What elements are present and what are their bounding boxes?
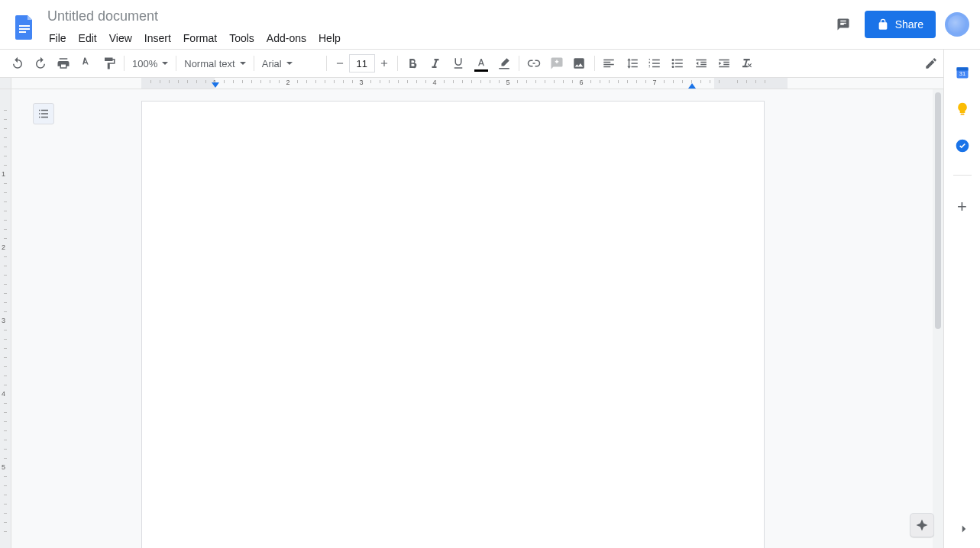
ruler-tick: [609, 80, 610, 83]
separator: [326, 56, 327, 71]
explore-button[interactable]: [910, 513, 934, 537]
docs-home-icon[interactable]: [9, 6, 40, 46]
add-comment-button[interactable]: [547, 53, 567, 73]
redo-button[interactable]: [31, 53, 50, 73]
svg-rect-6: [960, 114, 964, 115]
paint-format-button[interactable]: [99, 53, 119, 73]
right-indent-marker[interactable]: [688, 83, 696, 89]
svg-text:31: 31: [959, 70, 965, 77]
horizontal-ruler[interactable]: 1234567: [0, 78, 980, 89]
highlight-color-button[interactable]: [494, 53, 514, 73]
font-size-increase[interactable]: [375, 54, 393, 73]
underline-button[interactable]: [448, 53, 468, 73]
line-spacing-button[interactable]: [623, 53, 642, 73]
ruler-tick: [636, 80, 637, 83]
ruler-tick: [380, 80, 380, 83]
ruler-label: 7: [652, 79, 656, 86]
print-button[interactable]: [53, 53, 73, 73]
ruler-tick: [4, 357, 7, 358]
text-color-button[interactable]: [471, 53, 491, 73]
menu-file[interactable]: File: [43, 29, 73, 47]
bulleted-list-button[interactable]: [668, 53, 688, 73]
account-avatar[interactable]: [945, 12, 969, 37]
ruler-tick: [453, 80, 454, 83]
hide-sidepanel-button[interactable]: [957, 522, 971, 536]
font-size-decrease[interactable]: [331, 54, 349, 73]
increase-indent-button[interactable]: [714, 53, 734, 73]
zoom-combo[interactable]: 100%: [128, 53, 173, 73]
document-title[interactable]: Untitled document: [43, 6, 831, 26]
ruler-tick: [242, 80, 243, 83]
document-canvas[interactable]: [11, 89, 943, 548]
align-button[interactable]: [600, 53, 619, 73]
spellcheck-button[interactable]: [76, 53, 96, 73]
ruler-tick: [4, 211, 7, 211]
ruler-tick: [343, 80, 344, 83]
menu-tools[interactable]: Tools: [223, 29, 260, 47]
ruler-tick: [398, 80, 399, 83]
ruler-tick: [160, 80, 160, 83]
clear-formatting-button[interactable]: [737, 53, 757, 73]
get-addons-button[interactable]: +: [957, 197, 967, 217]
share-button[interactable]: Share: [865, 11, 936, 38]
keep-addon-button[interactable]: [955, 102, 970, 117]
comment-history-button[interactable]: [831, 12, 855, 37]
chevron-down-icon: [162, 62, 168, 65]
menu-addons[interactable]: Add-ons: [260, 29, 312, 47]
ruler-tick: [4, 403, 7, 404]
first-line-indent-marker[interactable]: [212, 82, 219, 88]
ruler-tick: [4, 449, 7, 450]
ruler-tick: [4, 513, 7, 514]
ruler-tick: [315, 80, 316, 83]
page[interactable]: [141, 101, 765, 548]
menu-bar: File Edit View Insert Format Tools Add-o…: [43, 26, 831, 47]
svg-rect-2: [19, 31, 26, 33]
vertical-scrollbar[interactable]: [933, 89, 943, 548]
menu-help[interactable]: Help: [312, 29, 347, 47]
ruler-tick: [572, 80, 573, 83]
ruler-tick: [425, 80, 426, 83]
show-outline-button[interactable]: [33, 103, 54, 124]
font-family-combo[interactable]: Arial: [257, 53, 323, 73]
separator: [124, 56, 125, 71]
ruler-tick: [4, 156, 7, 156]
ruler-tick: [517, 80, 518, 83]
ruler-tick: [205, 80, 206, 83]
undo-button[interactable]: [8, 53, 27, 73]
insert-image-button[interactable]: [570, 53, 590, 73]
calendar-addon-button[interactable]: 31: [955, 65, 970, 80]
menu-edit[interactable]: Edit: [73, 29, 103, 47]
bold-button[interactable]: [403, 53, 422, 73]
ruler-tick: [710, 80, 710, 83]
insert-link-button[interactable]: [524, 53, 544, 73]
ruler-tick: [4, 440, 7, 440]
tasks-addon-button[interactable]: [955, 138, 970, 153]
ruler-tick: [334, 80, 335, 83]
menu-view[interactable]: View: [103, 29, 138, 47]
ruler-tick: [325, 80, 325, 83]
ruler-label: 5: [2, 463, 5, 471]
scrollbar-thumb[interactable]: [935, 92, 941, 329]
numbered-list-button[interactable]: [645, 53, 665, 73]
menu-insert[interactable]: Insert: [138, 29, 177, 47]
ruler-label: 5: [506, 79, 509, 86]
separator: [254, 56, 254, 71]
ruler-tick: [370, 80, 371, 83]
ruler-tick: [4, 339, 7, 340]
decrease-indent-button[interactable]: [691, 53, 711, 73]
ruler-tick: [480, 80, 481, 83]
vertical-ruler[interactable]: 12345: [0, 89, 11, 548]
ruler-label: 6: [579, 79, 583, 86]
paragraph-style-combo[interactable]: Normal text: [180, 53, 250, 73]
italic-button[interactable]: [425, 53, 445, 73]
separator: [397, 56, 398, 71]
ruler-tick: [4, 137, 7, 138]
ruler-tick: [755, 80, 756, 83]
ruler-tick: [4, 229, 7, 230]
font-size-input[interactable]: [349, 54, 375, 73]
ruler-tick: [4, 348, 7, 349]
ruler-tick: [4, 119, 7, 120]
editing-mode-button[interactable]: [923, 53, 943, 73]
menu-format[interactable]: Format: [177, 29, 223, 47]
ruler-tick: [4, 531, 7, 532]
